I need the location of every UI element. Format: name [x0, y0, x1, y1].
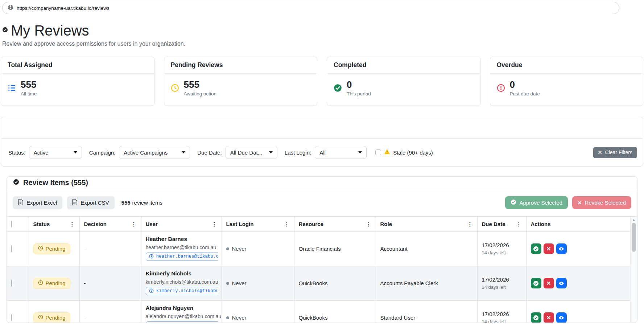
row-checkbox[interactable]: [11, 314, 12, 321]
column-menu-icon[interactable]: ⋮: [284, 221, 290, 227]
column-header-role: Role: [380, 221, 392, 227]
eye-icon: [558, 246, 564, 252]
last-login-value: Never: [232, 246, 247, 252]
email-chip[interactable]: heather.barnes@tikabu.com: [146, 253, 218, 261]
eye-icon: [558, 315, 564, 321]
last-login-filter-value: All: [319, 149, 326, 156]
stat-card-total-assigned: Total Assigned 555 All time: [1, 57, 154, 106]
close-icon: ✕: [598, 150, 602, 155]
status-filter: Status: Active: [8, 146, 82, 159]
approve-row-button[interactable]: [531, 278, 541, 288]
row-checkbox[interactable]: [11, 245, 12, 252]
table-header-row: Status⋮ Decision⋮ User⋮ Last Login⋮ Reso…: [7, 217, 631, 231]
scrollbar-up-arrow[interactable]: ▲: [631, 217, 637, 223]
campaign-filter-label: Campaign:: [89, 149, 116, 156]
stat-card-completed: Completed 0 This period: [327, 57, 480, 106]
user-email: kimberly.nichols@tikabu.com.au: [146, 278, 217, 286]
revoke-row-button[interactable]: ✕: [544, 278, 554, 288]
column-menu-icon[interactable]: ⋮: [70, 221, 75, 227]
column-menu-icon[interactable]: ⋮: [131, 221, 137, 227]
status-dot: [226, 282, 229, 285]
view-row-button[interactable]: [556, 243, 567, 254]
role-value: Accounts Payable Clerk: [380, 280, 438, 286]
url-text: https://companyname-uar.tikabu.io/review…: [17, 5, 110, 11]
stale-checkbox[interactable]: [375, 149, 381, 155]
approve-row-button[interactable]: [531, 243, 541, 254]
revoke-row-button[interactable]: ✕: [544, 243, 554, 254]
filters-panel: Status: Active Campaign: Active Campaign…: [1, 117, 643, 167]
export-excel-button[interactable]: x Export Excel: [13, 196, 62, 209]
column-header-decision: Decision: [84, 221, 107, 227]
info-icon: [149, 288, 154, 294]
select-all-checkbox[interactable]: [11, 221, 12, 227]
revoke-selected-button[interactable]: ✕ Revoke Selected: [572, 196, 631, 209]
table-row: Pending - Alejandra Nguyen alejandra.ngu…: [7, 300, 631, 323]
clear-filters-button[interactable]: ✕ Clear Filters: [593, 147, 637, 158]
close-icon: ✕: [546, 280, 551, 286]
globe-icon: [8, 4, 13, 12]
last-login-value: Never: [232, 280, 247, 286]
column-header-last-login: Last Login: [226, 221, 254, 227]
campaign-filter: Campaign: Active Campaigns: [89, 146, 190, 159]
status-dot: [226, 247, 229, 250]
page-header: My Reviews Review and approve access per…: [2, 22, 643, 47]
table-scrollbar[interactable]: ▲: [630, 217, 637, 323]
export-csv-button[interactable]: csv Export CSV: [67, 196, 114, 209]
decision-value: -: [84, 246, 86, 252]
stat-caption: All time: [21, 91, 37, 97]
status-filter-select[interactable]: Active: [29, 146, 82, 159]
due-date-note: 14 days left: [482, 250, 522, 255]
approve-selected-button[interactable]: Approve Selected: [505, 196, 567, 209]
campaign-filter-select[interactable]: Active Campaigns: [119, 146, 190, 159]
campaign-filter-value: Active Campaigns: [124, 149, 168, 156]
due-date-filter: Due Date: All Due Dat...: [197, 146, 277, 159]
approve-row-button[interactable]: [531, 312, 541, 323]
excel-file-icon: x: [18, 199, 23, 206]
stat-caption: This period: [347, 91, 371, 97]
chevron-down-icon: [182, 151, 185, 153]
close-icon: ✕: [546, 315, 551, 320]
stat-caption: Past due date: [510, 91, 540, 97]
last-login-filter-select[interactable]: All: [315, 146, 367, 159]
close-icon: ✕: [578, 200, 582, 205]
view-row-button[interactable]: [556, 312, 567, 323]
stat-value: 555: [21, 79, 37, 90]
stat-title: Overdue: [490, 57, 643, 74]
stat-card-pending-reviews: Pending Reviews 555 Awaiting action: [164, 57, 318, 106]
column-menu-icon[interactable]: ⋮: [366, 221, 371, 227]
due-date-value: 17/02/2026: [482, 276, 522, 283]
due-date-value: 17/02/2026: [482, 242, 522, 248]
last-login-filter-label: Last Login:: [285, 149, 311, 156]
column-header-resource: Resource: [299, 221, 323, 227]
url-bar[interactable]: https://companyname-uar.tikabu.io/review…: [2, 2, 619, 14]
column-menu-icon[interactable]: ⋮: [212, 221, 217, 227]
column-header-due-date: Due Date: [482, 221, 505, 227]
status-badge: Pending: [33, 278, 70, 289]
stat-title: Pending Reviews: [164, 57, 317, 74]
column-menu-icon[interactable]: ⋮: [467, 221, 473, 227]
revoke-row-button[interactable]: ✕: [544, 312, 554, 323]
status-dot: [226, 316, 229, 319]
user-name: Kimberly Nichols: [146, 270, 217, 277]
status-filter-value: Active: [34, 149, 49, 156]
status-filter-label: Status:: [8, 149, 25, 156]
column-header-user: User: [146, 221, 158, 227]
browser-chrome: https://companyname-uar.tikabu.io/review…: [0, 0, 644, 17]
view-row-button[interactable]: [556, 278, 567, 288]
scrollbar-thumb[interactable]: [632, 223, 636, 252]
review-items-panel: Review Items (555) x Export Excel csv: [7, 176, 637, 323]
column-menu-icon[interactable]: ⋮: [516, 221, 522, 227]
revoke-selected-label: Revoke Selected: [585, 200, 626, 206]
email-chip[interactable]: alejandra.nguyen@tikabu.c: [146, 321, 218, 323]
svg-text:csv: csv: [73, 202, 76, 204]
row-checkbox[interactable]: [11, 280, 12, 287]
role-value: Standard User: [380, 315, 416, 321]
review-items-check-icon: [13, 179, 19, 186]
eye-icon: [558, 280, 564, 286]
page-subtitle: Review and approve access permissions fo…: [2, 41, 643, 47]
resource-value: QuickBooks: [299, 280, 328, 286]
due-date-filter-select[interactable]: All Due Dat...: [226, 146, 277, 159]
chevron-down-icon: [358, 151, 362, 153]
email-chip[interactable]: kimberly.nichols@tikabu.c: [146, 287, 218, 295]
due-date-value: 17/02/2026: [482, 311, 522, 317]
